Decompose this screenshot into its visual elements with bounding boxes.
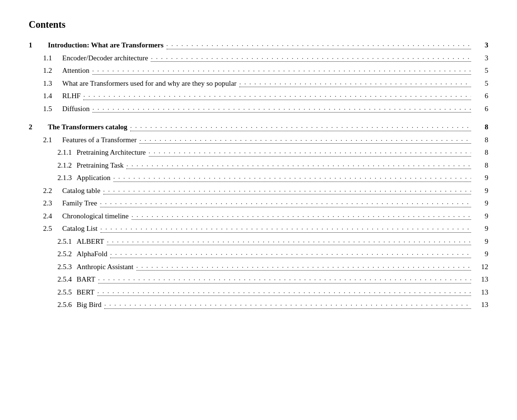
toc-dots-2-1-3 — [113, 172, 471, 182]
section-2-4-page: 9 — [474, 211, 488, 222]
section-2-2-label: Catalog table — [62, 185, 101, 196]
section-2-1-2-label: Pretraining Task — [77, 160, 124, 171]
toc-row-2-5-5: 2.5.5 BERT 13 — [29, 287, 488, 298]
toc-row-2-4: 2.4 Chronological timeline 9 — [29, 211, 488, 222]
section-2-1-3-label: Application — [77, 172, 111, 183]
section-2-1-2-number: 2.1.2 — [29, 160, 77, 171]
section-2-1-page: 8 — [474, 135, 488, 146]
toc-dots-2-5-4 — [98, 273, 471, 284]
toc-row-2-2: 2.2 Catalog table 9 — [29, 185, 488, 196]
section-2-5-5-label: BERT — [77, 287, 94, 298]
toc-dots-2-4 — [132, 210, 471, 220]
section-2-1-number: 2.1 — [29, 135, 62, 146]
section-2: 2 The Transformers catalog 8 2.1 Feature… — [29, 122, 488, 310]
section-2-5-2-label: AlphaFold — [77, 249, 107, 260]
section-1-1-page: 3 — [474, 53, 488, 64]
toc-dots-2-3 — [100, 197, 471, 207]
toc-row-2-5: 2.5 Catalog List 9 — [29, 223, 488, 234]
toc-title: Contents — [29, 19, 488, 30]
section-1-5-page: 6 — [474, 103, 488, 114]
toc-row-1-4: 1.4 RLHF 6 — [29, 91, 488, 102]
section-2-5-6-page: 13 — [474, 299, 488, 310]
section-1-5-number: 1.5 — [29, 103, 62, 114]
toc-row-2-5-3: 2.5.3 Anthropic Assistant 12 — [29, 261, 488, 272]
toc-dots-1-1 — [151, 52, 471, 62]
section-2-5-1-page: 9 — [474, 236, 488, 247]
section-2-5-4-page: 13 — [474, 274, 488, 285]
section-1-2-number: 1.2 — [29, 65, 62, 76]
toc-dots-1 — [167, 39, 471, 49]
toc-dots-2 — [130, 121, 471, 131]
section-1-page: 3 — [474, 40, 488, 51]
section-2-label: The Transformers catalog — [48, 122, 127, 133]
section-2-5-3-number: 2.5.3 — [29, 261, 77, 272]
toc-row-2-5-1: 2.5.1 ALBERT 9 — [29, 236, 488, 247]
section-2-5-6-label: Big Bird — [77, 299, 101, 310]
section-1-number: 1 — [29, 40, 48, 51]
toc-row-2-5-4: 2.5.4 BART 13 — [29, 274, 488, 285]
section-1-1-number: 1.1 — [29, 53, 62, 64]
section-2-5-3-label: Anthropic Assistant — [77, 261, 134, 272]
section-1-2-label: Attention — [62, 65, 90, 76]
toc-row-2: 2 The Transformers catalog 8 — [29, 122, 488, 133]
toc-row-2-1-2: 2.1.2 Pretraining Task 8 — [29, 160, 488, 171]
toc-container: Contents 1 Introduction: What are Transf… — [29, 19, 488, 310]
toc-dots-2-5-6 — [104, 299, 471, 309]
toc-dots-1-4 — [83, 90, 471, 100]
toc-dots-2-5-3 — [136, 261, 471, 271]
toc-row-1-5: 1.5 Diffusion 6 — [29, 103, 488, 114]
toc-dots-2-1-1 — [149, 147, 471, 157]
section-2-page: 8 — [474, 122, 488, 133]
toc-dots-2-5-5 — [97, 286, 471, 296]
section-2-5-6-number: 2.5.6 — [29, 299, 77, 310]
toc-dots-2-2 — [103, 185, 471, 195]
section-1-3-number: 1.3 — [29, 78, 62, 89]
section-1: 1 Introduction: What are Transformers 3 … — [29, 40, 488, 114]
section-2-3-page: 9 — [474, 198, 488, 209]
section-2-5-4-number: 2.5.4 — [29, 274, 77, 285]
section-2-1-3-number: 2.1.3 — [29, 172, 77, 183]
toc-dots-1-5 — [92, 103, 471, 113]
section-1-2-page: 5 — [474, 65, 488, 76]
toc-row-2-3: 2.3 Family Tree 9 — [29, 198, 488, 209]
section-1-3-page: 5 — [474, 78, 488, 89]
toc-dots-1-3 — [239, 78, 471, 88]
toc-dots-2-5-2 — [110, 248, 471, 258]
toc-row-2-5-6: 2.5.6 Big Bird 13 — [29, 299, 488, 310]
section-2-2-number: 2.2 — [29, 185, 62, 196]
toc-dots-2-1-2 — [126, 159, 471, 170]
section-2-5-page: 9 — [474, 223, 488, 234]
section-2-1-label: Features of a Transformer — [62, 135, 136, 146]
section-1-1-label: Encoder/Decoder architecture — [62, 53, 148, 64]
section-2-5-1-label: ALBERT — [77, 236, 104, 247]
section-2-2-page: 9 — [474, 185, 488, 196]
section-1-4-number: 1.4 — [29, 91, 62, 102]
section-1-4-page: 6 — [474, 91, 488, 102]
section-2-5-3-page: 12 — [474, 261, 488, 272]
section-2-1-3-page: 9 — [474, 172, 488, 183]
section-2-4-label: Chronological timeline — [62, 211, 129, 222]
section-2-5-5-page: 13 — [474, 287, 488, 298]
section-1-label: Introduction: What are Transformers — [48, 40, 164, 51]
section-2-3-number: 2.3 — [29, 198, 62, 209]
section-2-3-label: Family Tree — [62, 198, 97, 209]
section-2-1-1-page: 8 — [474, 147, 488, 158]
section-2-5-label: Catalog List — [62, 223, 98, 234]
toc-row-2-5-2: 2.5.2 AlphaFold 9 — [29, 249, 488, 260]
toc-row-1-2: 1.2 Attention 5 — [29, 65, 488, 76]
toc-row-1-3: 1.3 What are Transformers used for and w… — [29, 78, 488, 89]
toc-row-2-1-3: 2.1.3 Application 9 — [29, 172, 488, 183]
section-2-4-number: 2.4 — [29, 211, 62, 222]
section-2-5-number: 2.5 — [29, 223, 62, 234]
section-2-5-4-label: BART — [77, 274, 95, 285]
toc-dots-1-2 — [92, 65, 471, 75]
toc-row-2-1: 2.1 Features of a Transformer 8 — [29, 135, 488, 146]
toc-dots-2-1 — [139, 134, 471, 144]
section-1-4-label: RLHF — [62, 91, 80, 102]
toc-row-1: 1 Introduction: What are Transformers 3 — [29, 40, 488, 51]
section-2-5-5-number: 2.5.5 — [29, 287, 77, 298]
toc-dots-2-5 — [101, 223, 471, 233]
section-2-5-2-number: 2.5.2 — [29, 249, 77, 260]
section-2-5-2-page: 9 — [474, 249, 488, 260]
section-2-number: 2 — [29, 122, 48, 133]
